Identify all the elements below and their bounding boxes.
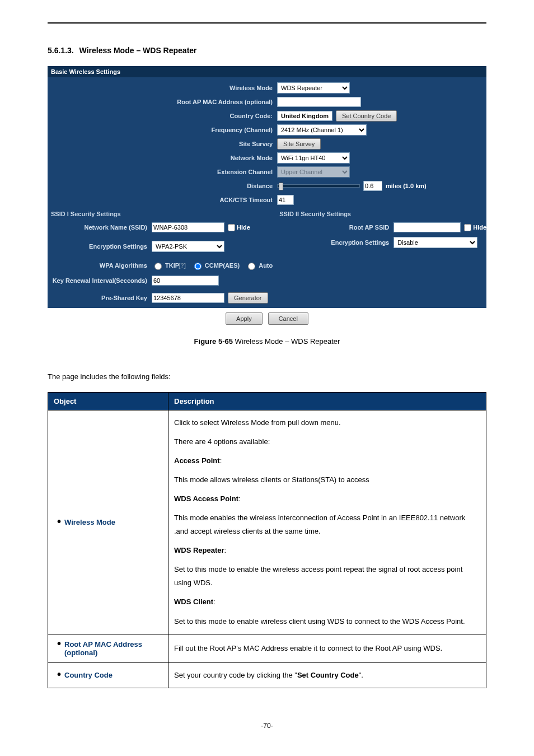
basic-wireless-header: Basic Wireless Settings — [48, 66, 486, 77]
alg-tkip-radio[interactable] — [154, 263, 162, 270]
description-paragraph: Access Point: — [174, 454, 480, 468]
description-cell: Click to select Wireless Mode from pull … — [168, 410, 486, 634]
description-paragraph: WDS Repeater: — [174, 544, 480, 557]
frequency-select[interactable]: 2412 MHz (Channel 1) — [277, 124, 367, 136]
basic-form: Wireless Mode WDS Repeater Root AP MAC A… — [48, 77, 486, 208]
fields-table: Object Description •Wireless ModeClick t… — [48, 392, 486, 688]
object-cell: •Country Code — [48, 662, 168, 688]
object-label: Wireless Mode — [64, 518, 115, 526]
apply-button[interactable]: Apply — [226, 312, 263, 325]
distance-label: Distance — [48, 183, 277, 189]
object-label: Root AP MAC Address (optional) — [64, 640, 162, 657]
wireless-mode-select[interactable]: WDS Repeater — [277, 82, 350, 94]
ssid1-psk-input[interactable] — [152, 293, 224, 303]
ssid2-header: SSID II Security Settings — [276, 208, 490, 220]
ssid2-hide-checkbox[interactable] — [464, 224, 471, 231]
ack-timeout-input[interactable] — [277, 195, 294, 205]
description-paragraph: Click to select Wireless Mode from pull … — [174, 416, 480, 430]
description-cell: Fill out the Root AP's MAC Address enabl… — [168, 634, 486, 662]
distance-slider[interactable] — [277, 184, 360, 188]
distance-value: 0.6 — [363, 181, 382, 191]
lead-text: The page includes the following fields: — [48, 372, 486, 381]
ssid2-root-input[interactable] — [394, 222, 461, 232]
ssid1-hide-label: Hide — [237, 224, 250, 231]
frequency-label: Frequency (Channel) — [48, 127, 277, 133]
col-header-description: Description — [168, 393, 486, 410]
ssid2-enc-label: Encryption Settings — [276, 239, 394, 246]
distance-slider-thumb[interactable] — [279, 183, 283, 190]
wireless-mode-label: Wireless Mode — [48, 85, 277, 91]
description-cell: Set your country code by clicking the "S… — [168, 662, 486, 688]
root-mac-input[interactable] — [277, 97, 361, 107]
figure-caption: Figure 5-65 Wireless Mode – WDS Repeater — [48, 337, 486, 346]
description-paragraph: This mode allows wireless clients or Sta… — [174, 473, 480, 487]
col-header-object: Object — [48, 393, 168, 410]
ssid-security-columns: SSID I Security Settings Network Name (S… — [48, 208, 486, 308]
object-cell: •Wireless Mode — [48, 410, 168, 634]
ssid2-root-label: Root AP SSID — [276, 224, 394, 231]
horizontal-rule — [48, 22, 486, 24]
alg-ccmp-label: CCMP(AES) — [205, 262, 240, 269]
ssid1-name-input[interactable] — [152, 222, 224, 232]
ssid1-enc-select[interactable]: WPA2-PSK — [152, 241, 224, 252]
description-paragraph: Set your country code by clicking the "S… — [174, 669, 480, 682]
figure-caption-bold: Figure 5-65 — [194, 337, 233, 346]
figure-caption-rest: Wireless Mode – WDS Repeater — [233, 337, 340, 346]
cancel-button[interactable]: Cancel — [268, 312, 308, 325]
ssid1-hide-checkbox[interactable] — [228, 224, 235, 231]
description-paragraph: Fill out the Root AP's MAC Address enabl… — [174, 642, 480, 655]
section-title: Wireless Mode – WDS Repeater — [79, 46, 197, 55]
section-number: 5.6.1.3. — [48, 46, 74, 55]
network-mode-label: Network Mode — [48, 155, 277, 161]
ssid1-header: SSID I Security Settings — [48, 208, 276, 220]
alg-tkip-hint: [?] — [179, 263, 186, 269]
description-paragraph: Set to this mode to enable wireless clie… — [174, 615, 480, 628]
bullet-icon: • — [57, 640, 61, 647]
description-paragraph: WDS Client: — [174, 595, 480, 609]
bullet-icon: • — [57, 671, 61, 678]
object-cell: •Root AP MAC Address (optional) — [48, 634, 168, 662]
site-survey-button[interactable]: Site Survey — [277, 138, 321, 150]
extension-channel-label: Extension Channel — [48, 169, 277, 175]
section-heading: 5.6.1.3. Wireless Mode – WDS Repeater — [48, 46, 486, 55]
alg-ccmp-radio[interactable] — [194, 263, 202, 270]
description-paragraph: WDS Access Point: — [174, 492, 480, 506]
extension-channel-select: Upper Channel — [277, 166, 350, 178]
action-button-row: Apply Cancel — [48, 308, 486, 330]
description-paragraph: This mode enables the wireless interconn… — [174, 511, 480, 538]
distance-unit: miles (1.0 km) — [386, 183, 427, 189]
ssid1-enc-label: Encryption Settings — [48, 243, 152, 250]
description-paragraph: Set to this mode to enable the wireless … — [174, 563, 480, 590]
alg-tkip-label: TKIP — [165, 262, 179, 269]
country-code-label: Country Code: — [48, 113, 277, 119]
ssid1-wpa-label: WPA Algorithms — [48, 262, 152, 269]
country-code-value: United Kingdom — [277, 111, 332, 121]
bullet-icon: • — [57, 518, 61, 525]
ack-timeout-label: ACK/CTS Timeout — [48, 197, 277, 203]
alg-auto-radio[interactable] — [248, 263, 255, 270]
ssid1-key-interval-input[interactable] — [152, 276, 219, 286]
page-number: -70- — [48, 722, 486, 730]
generator-button[interactable]: Generator — [228, 292, 268, 304]
site-survey-label: Site Survey — [48, 141, 277, 147]
ssid1-name-label: Network Name (SSID) — [48, 224, 152, 231]
root-mac-label: Root AP MAC Address (optional) — [48, 99, 277, 105]
network-mode-select[interactable]: WiFi 11gn HT40 — [277, 152, 350, 164]
wireless-settings-panel: Basic Wireless Settings Wireless Mode WD… — [48, 66, 486, 330]
ssid2-enc-select[interactable]: Disable — [394, 237, 477, 248]
ssid1-psk-label: Pre-Shared Key — [48, 295, 152, 301]
ssid2-hide-label: Hide — [473, 224, 486, 231]
object-label: Country Code — [64, 671, 113, 679]
description-paragraph: There are 4 options available: — [174, 435, 480, 449]
set-country-code-button[interactable]: Set Country Code — [336, 110, 397, 122]
ssid1-key-interval-label: Key Renewal Interval(Secconds) — [48, 277, 152, 284]
alg-auto-label: Auto — [259, 262, 273, 269]
